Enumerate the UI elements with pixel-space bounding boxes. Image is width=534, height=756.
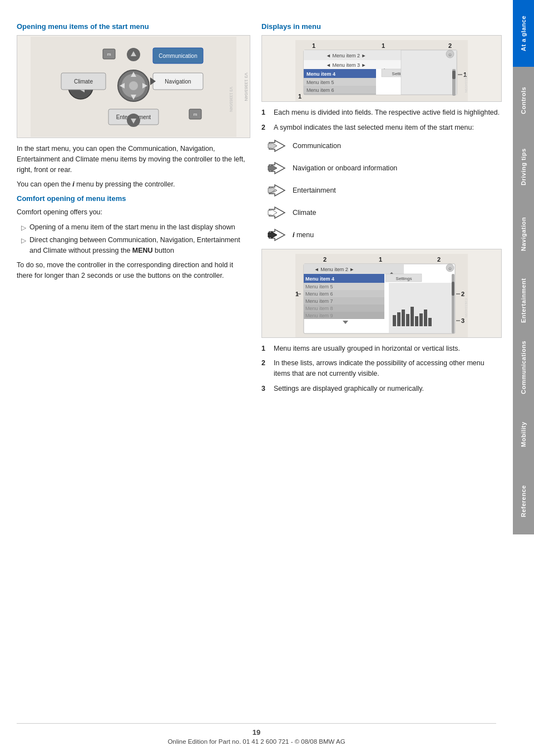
svg-text:1: 1 bbox=[312, 42, 315, 49]
bullet-icon-1: ▷ bbox=[21, 223, 26, 233]
svg-rect-96 bbox=[411, 307, 414, 326]
svg-rect-47 bbox=[304, 94, 376, 95]
watermark-left: V3 13363/04N bbox=[244, 72, 249, 101]
sidebar-tab-reference[interactable]: Reference bbox=[513, 468, 534, 534]
svg-rect-100 bbox=[428, 318, 432, 326]
section-heading-comfort: Comfort opening of menu items bbox=[17, 194, 250, 203]
svg-rect-92 bbox=[393, 315, 396, 326]
svg-text:☺: ☺ bbox=[448, 266, 452, 271]
sidebar-tab-entertainment[interactable]: Entertainment bbox=[513, 267, 534, 334]
svg-text:Navigation: Navigation bbox=[165, 78, 191, 85]
sidebar-tab-controls[interactable]: Controls bbox=[513, 67, 534, 134]
svg-text:Communication: Communication bbox=[159, 53, 197, 59]
svg-text:C2E11H1SN: C2E11H1SN bbox=[464, 73, 468, 92]
display-diagram-bottom: 2 1 2 ◄ Menu item 2 ► Menu item 4 bbox=[261, 249, 502, 338]
body-text-2: You can open the i menu by pressing the … bbox=[17, 179, 250, 190]
svg-text:Menu item 5: Menu item 5 bbox=[306, 80, 334, 85]
svg-marker-60 bbox=[268, 165, 277, 171]
sidebar-tab-at-a-glance[interactable]: At a glance bbox=[513, 0, 534, 67]
svg-rect-94 bbox=[402, 310, 405, 326]
svg-text:◄ Menu item 3 ►: ◄ Menu item 3 ► bbox=[326, 62, 366, 68]
svg-text:C2E11H1SN: C2E11H1SN bbox=[464, 298, 468, 317]
svg-rect-93 bbox=[397, 312, 400, 326]
svg-text:◄ Menu item 2 ►: ◄ Menu item 2 ► bbox=[314, 267, 354, 272]
numbered-item-bottom-2: 2 In these lists, arrows indicate the po… bbox=[261, 358, 502, 379]
display-diagram-top: 1 1 2 ◄ Menu item 2 ► bbox=[261, 35, 502, 102]
symbol-list: Communication Navigation or onboard info… bbox=[267, 138, 502, 243]
page-number: 19 bbox=[17, 728, 496, 737]
body-text-1: In the start menu, you can open the Comm… bbox=[17, 144, 250, 175]
numbered-item-bottom-1: 1 Menu items are usually grouped in hori… bbox=[261, 343, 502, 354]
svg-text:2: 2 bbox=[448, 42, 452, 49]
start-menu-diagram: Navigation Communication Climate E bbox=[17, 35, 250, 138]
symbol-row-climate: Climate bbox=[267, 204, 502, 221]
list-item: ▷ Direct changing between Communication,… bbox=[17, 235, 250, 256]
svg-point-14 bbox=[129, 81, 138, 90]
svg-marker-65 bbox=[268, 209, 277, 216]
svg-text:Menu item 6: Menu item 6 bbox=[305, 291, 333, 297]
svg-text:Menu item 5: Menu item 5 bbox=[305, 284, 333, 289]
svg-text:Climate: Climate bbox=[74, 78, 93, 85]
svg-text:1: 1 bbox=[382, 42, 385, 49]
svg-text:2: 2 bbox=[323, 256, 327, 263]
sidebar-tab-communications[interactable]: Communications bbox=[513, 334, 534, 401]
list-item: ▷ Opening of a menu item of the start me… bbox=[17, 222, 250, 233]
svg-rect-99 bbox=[424, 310, 427, 326]
svg-text:1: 1 bbox=[295, 291, 299, 297]
comfort-intro: Comfort opening offers you: bbox=[17, 207, 250, 218]
svg-text:Menu item 7: Menu item 7 bbox=[305, 298, 333, 304]
svg-rect-95 bbox=[406, 314, 409, 326]
svg-text:Menu item 6: Menu item 6 bbox=[306, 87, 334, 93]
numbered-item-1: 1 Each menu is divided into fields. The … bbox=[261, 107, 502, 118]
page-footer: 19 Online Edition for Part no. 01 41 2 6… bbox=[17, 723, 496, 745]
numbered-item-bottom-3: 3 Settings are displayed graphically or … bbox=[261, 384, 502, 394]
svg-text:3: 3 bbox=[461, 317, 464, 324]
svg-marker-58 bbox=[268, 143, 277, 149]
svg-text:V3 13363/04N: V3 13363/04N bbox=[229, 87, 233, 112]
svg-text:Menu item 4: Menu item 4 bbox=[305, 276, 334, 282]
svg-text:2: 2 bbox=[437, 256, 441, 263]
section-heading-start-menu: Opening menu items of the start menu bbox=[17, 22, 250, 31]
svg-text:1: 1 bbox=[379, 256, 382, 263]
svg-rect-50 bbox=[452, 71, 456, 79]
symbol-row-entertainment: Entertainment bbox=[267, 182, 502, 199]
sidebar-tab-driving-tips[interactable]: Driving tips bbox=[513, 134, 534, 200]
svg-rect-102 bbox=[452, 282, 454, 296]
svg-rect-97 bbox=[415, 316, 418, 326]
svg-text:Menu item 9: Menu item 9 bbox=[305, 313, 333, 318]
svg-text:m: m bbox=[107, 52, 111, 57]
climate-icon bbox=[267, 204, 287, 221]
footer-text: Online Edition for Part no. 01 41 2 600 … bbox=[17, 738, 496, 745]
left-column: Opening menu items of the start menu bbox=[17, 22, 250, 399]
display-top-svg: 1 1 2 ◄ Menu item 2 ► bbox=[295, 40, 468, 101]
svg-text:m: m bbox=[194, 112, 197, 117]
svg-text:1: 1 bbox=[298, 93, 301, 100]
sidebar-tab-mobility[interactable]: Mobility bbox=[513, 401, 534, 468]
svg-text:Menu item 4: Menu item 4 bbox=[306, 71, 335, 77]
body-text-3: To do so, move the controller in the cor… bbox=[17, 260, 250, 281]
sidebar-tab-navigation[interactable]: Navigation bbox=[513, 200, 534, 267]
start-menu-svg: Navigation Communication Climate E bbox=[31, 37, 236, 137]
svg-rect-98 bbox=[419, 313, 423, 326]
communication-icon bbox=[267, 138, 287, 154]
sidebar: At a glance Controls Driving tips Naviga… bbox=[513, 0, 534, 756]
symbol-row-communication: Communication bbox=[267, 138, 502, 154]
numbered-item-2: 2 A symbol indicates the last selected m… bbox=[261, 122, 502, 133]
svg-text:2: 2 bbox=[461, 291, 464, 297]
bullet-icon-2: ▷ bbox=[21, 235, 26, 256]
symbol-row-imenu: i menu bbox=[267, 227, 502, 243]
display-bottom-svg: 2 1 2 ◄ Menu item 2 ► Menu item 4 bbox=[295, 254, 468, 338]
bullet-list: ▷ Opening of a menu item of the start me… bbox=[17, 222, 250, 256]
right-column: Displays in menu 1 1 2 bbox=[261, 22, 502, 399]
navigation-icon bbox=[267, 160, 287, 176]
section-heading-displays: Displays in menu bbox=[261, 22, 502, 31]
svg-marker-62 bbox=[268, 187, 277, 194]
svg-text:Settings: Settings bbox=[396, 276, 412, 281]
svg-text:◄ Menu item 2 ►: ◄ Menu item 2 ► bbox=[326, 53, 366, 58]
imenu-icon bbox=[267, 227, 287, 243]
svg-text:Menu item 8: Menu item 8 bbox=[305, 306, 333, 311]
symbol-row-navigation: Navigation or onboard information bbox=[267, 160, 502, 176]
svg-marker-67 bbox=[268, 232, 277, 238]
svg-text:☺: ☺ bbox=[448, 52, 452, 57]
entertainment-icon bbox=[267, 182, 287, 199]
